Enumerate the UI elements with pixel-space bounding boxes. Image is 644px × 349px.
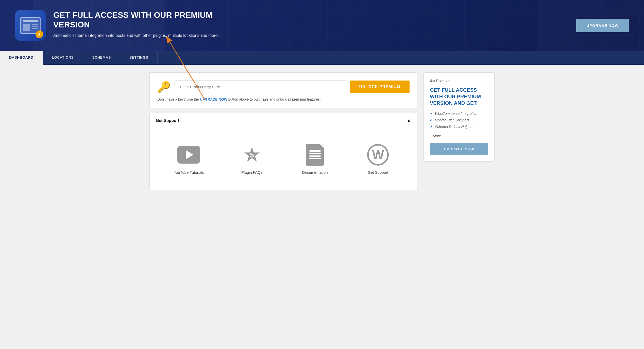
feature-label-1: WooCommerce Integration bbox=[435, 112, 477, 116]
nav-tabs: DASHBOARD LOCATIONS SCHEMAS SETTINGS bbox=[0, 51, 644, 65]
feature-list: ✓ WooCommerce Integration ✓ Google Rich … bbox=[430, 112, 488, 129]
upgrade-now-link[interactable]: UPGRADE NOW bbox=[200, 97, 227, 101]
feature-label-2: Google Rich Snippets bbox=[435, 118, 469, 122]
sidebar-premium-title: GET FULL ACCESS WITH OUR PREMIUM VERSION… bbox=[430, 87, 488, 106]
product-key-section: 🔑 UNLOCK PREMIUM Don't have a key? Use t… bbox=[149, 72, 417, 108]
main-content: 🔑 UNLOCK PREMIUM Don't have a key? Use t… bbox=[144, 65, 500, 198]
sidebar-get-premium-label: Get Premium bbox=[430, 79, 488, 83]
youtube-label: YouTube Tutorials bbox=[174, 170, 204, 174]
banner-text: GET FULL ACCESS WITH OUR PREMIUM VERSION… bbox=[53, 10, 231, 38]
wp-label: Get Support bbox=[368, 170, 388, 174]
feature-item-helpers: ✓ Schema Default Helpers bbox=[430, 125, 488, 129]
feature-item-woocommerce: ✓ WooCommerce Integration bbox=[430, 112, 488, 116]
support-section: Get Support ▲ YouTube Tutorials bbox=[149, 113, 417, 190]
tab-locations[interactable]: LOCATIONS bbox=[43, 51, 83, 65]
tab-dashboard[interactable]: DASHBOARD bbox=[0, 51, 43, 65]
plugin-icon: ★ bbox=[15, 10, 46, 41]
doc-icon-wrap bbox=[303, 143, 326, 166]
key-icon: 🔑 bbox=[157, 81, 171, 93]
doc-line-1 bbox=[309, 150, 321, 152]
product-key-row: 🔑 UNLOCK PREMIUM bbox=[157, 80, 410, 93]
wp-icon-wrap: W bbox=[367, 143, 389, 166]
doc-line-2 bbox=[309, 153, 321, 154]
sidebar-premium-box: Get Premium GET FULL ACCESS WITH OUR PRE… bbox=[423, 72, 495, 162]
support-toggle-icon: ▲ bbox=[406, 118, 411, 123]
star-icon-inner: ★ 5 bbox=[243, 145, 261, 165]
docs-label: Documentation bbox=[302, 170, 328, 174]
product-key-input[interactable] bbox=[175, 80, 346, 93]
doc-line-3 bbox=[309, 155, 321, 157]
youtube-icon bbox=[177, 146, 200, 164]
doc-line-4 bbox=[309, 158, 321, 159]
banner-left: ★ GET FULL ACCESS WITH OUR PREMIUM VERSI… bbox=[15, 10, 576, 41]
support-header-title: Get Support bbox=[156, 118, 179, 123]
support-grid: YouTube Tutorials ★ 5 Plugin FAQs bbox=[150, 128, 417, 190]
banner-title: GET FULL ACCESS WITH OUR PREMIUM VERSION bbox=[53, 10, 231, 30]
product-key-hint: Don't have a key? Use the UPGRADE NOW bu… bbox=[157, 97, 410, 101]
banner-description: Automatic schema integration into posts … bbox=[53, 33, 226, 38]
star-icon-wrap: ★ 5 bbox=[241, 143, 263, 166]
support-item-faqs[interactable]: ★ 5 Plugin FAQs bbox=[221, 138, 284, 180]
feature-label-3: Schema Default Helpers bbox=[435, 125, 473, 129]
doc-icon bbox=[306, 144, 324, 166]
plugin-icon-lines bbox=[32, 24, 38, 31]
tab-schemas[interactable]: SCHEMAS bbox=[83, 51, 120, 65]
center-panel: 🔑 UNLOCK PREMIUM Don't have a key? Use t… bbox=[149, 72, 417, 190]
right-sidebar: Get Premium GET FULL ACCESS WITH OUR PRE… bbox=[423, 72, 495, 190]
tab-settings[interactable]: SETTINGS bbox=[120, 51, 158, 65]
plugin-icon-badge: ★ bbox=[36, 30, 43, 38]
check-icon-3: ✓ bbox=[430, 125, 433, 129]
support-item-docs[interactable]: Documentation bbox=[283, 138, 347, 180]
check-icon-2: ✓ bbox=[430, 118, 433, 122]
support-item-youtube[interactable]: YouTube Tutorials bbox=[157, 138, 221, 180]
hint-prefix: Don't have a key? Use the bbox=[157, 97, 200, 101]
star-number: 5 bbox=[250, 151, 254, 159]
header-banner: ★ GET FULL ACCESS WITH OUR PREMIUM VERSI… bbox=[0, 0, 644, 51]
play-triangle bbox=[186, 150, 193, 159]
banner-upgrade-button[interactable]: UPGRADE NOW bbox=[576, 19, 629, 32]
youtube-icon-wrap bbox=[177, 143, 200, 166]
hint-suffix: button above to purchase and unlock all … bbox=[228, 97, 321, 101]
support-header[interactable]: Get Support ▲ bbox=[150, 113, 417, 128]
faqs-label: Plugin FAQs bbox=[241, 170, 262, 174]
support-item-wp[interactable]: W Get Support bbox=[347, 138, 410, 180]
feature-item-snippets: ✓ Google Rich Snippets bbox=[430, 118, 488, 122]
wp-icon: W bbox=[367, 144, 389, 166]
more-text: + More bbox=[430, 134, 488, 138]
check-icon-1: ✓ bbox=[430, 112, 433, 116]
unlock-premium-button[interactable]: UNLOCK PREMIUM bbox=[350, 81, 410, 93]
sidebar-upgrade-button[interactable]: UPGRADE NOW bbox=[430, 143, 488, 155]
